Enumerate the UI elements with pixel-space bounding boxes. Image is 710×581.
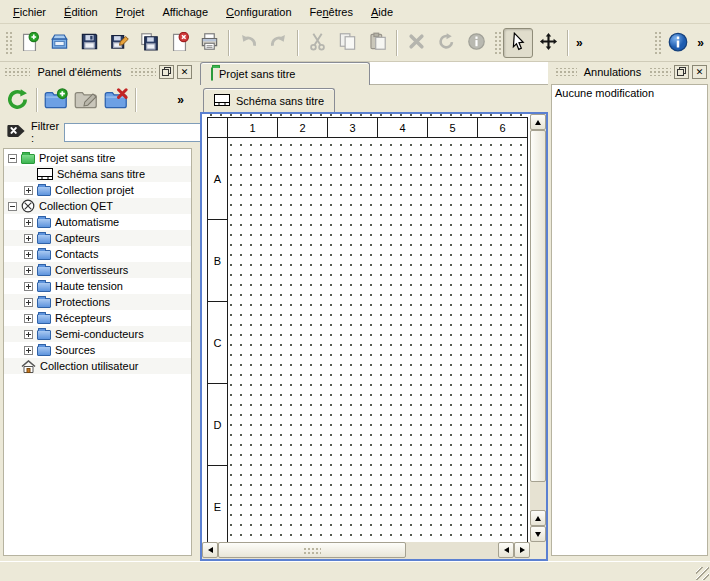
tree-item-sources[interactable]: Sources — [4, 342, 191, 358]
float-panel-button[interactable] — [674, 65, 689, 79]
clear-filter-icon[interactable] — [6, 124, 26, 140]
menu-configuration[interactable]: Configuration — [217, 0, 300, 23]
menu-fenetres[interactable]: Fenêtres — [301, 0, 362, 23]
new-element-button[interactable] — [42, 86, 70, 114]
toolbar-overflow-chevron[interactable]: » — [572, 36, 587, 50]
save-button[interactable] — [74, 28, 104, 58]
cursor-arrow-icon — [509, 32, 528, 53]
expand-expander-icon[interactable] — [24, 266, 33, 275]
scroll-up-button[interactable] — [530, 114, 546, 130]
tree-item-project[interactable]: Projet sans titre — [4, 150, 191, 166]
dock-drag-handle[interactable] — [3, 68, 30, 76]
project-folder-icon — [211, 68, 213, 80]
save-as-button[interactable] — [104, 28, 134, 58]
delete-element-button[interactable] — [102, 86, 130, 114]
scroll-left-button[interactable] — [498, 542, 514, 558]
dock-drag-handle[interactable] — [129, 68, 156, 76]
save-all-button[interactable] — [134, 28, 164, 58]
menu-affichage[interactable]: Affichage — [153, 0, 217, 23]
menu-fichier[interactable]: Fichier — [4, 0, 55, 23]
window-resize-grip[interactable] — [696, 567, 709, 580]
expand-expander-icon[interactable] — [24, 250, 33, 259]
print-button[interactable] — [194, 28, 224, 58]
expand-expander-icon[interactable] — [24, 234, 33, 243]
vertical-scrollbar[interactable] — [530, 114, 546, 542]
redo-button[interactable] — [263, 28, 293, 58]
tree-item-protections[interactable]: Protections — [4, 294, 191, 310]
scroll-left-button[interactable] — [202, 542, 218, 558]
horizontal-scrollbar-thumb[interactable] — [218, 542, 406, 558]
dock-drag-handle[interactable] — [648, 68, 671, 76]
save-all-icon — [140, 32, 159, 53]
panel-toolbar-overflow-chevron[interactable]: » — [173, 93, 188, 107]
toolbar-drag-handle[interactable] — [653, 30, 661, 56]
expand-expander-icon[interactable] — [24, 282, 33, 291]
tree-item-collection-utilisateur[interactable]: Collection utilisateur — [4, 358, 191, 374]
undo-button[interactable] — [233, 28, 263, 58]
tree-item-collection-qet[interactable]: Collection QET — [4, 198, 191, 214]
toolbar-drag-handle[interactable] — [4, 30, 12, 56]
copy-button[interactable] — [332, 28, 362, 58]
close-project-button[interactable] — [164, 28, 194, 58]
tab-projet-sans-titre[interactable]: Projet sans titre — [200, 62, 370, 85]
horizontal-scrollbar-trough[interactable] — [406, 542, 498, 559]
element-info-button[interactable] — [461, 28, 491, 58]
expand-expander-icon[interactable] — [24, 186, 33, 195]
filter-input[interactable] — [64, 123, 214, 142]
menu-aide[interactable]: Aide — [362, 0, 402, 23]
expand-expander-icon[interactable] — [24, 218, 33, 227]
close-panel-button[interactable]: ✕ — [177, 65, 192, 79]
close-panel-button[interactable]: ✕ — [692, 65, 707, 79]
expand-expander-icon[interactable] — [24, 330, 33, 339]
folder-icon — [37, 312, 51, 324]
rotate-button[interactable] — [431, 28, 461, 58]
undo-panel-titlebar[interactable]: Annulations ✕ — [551, 62, 710, 82]
tree-item-convertisseurs[interactable]: Convertisseurs — [4, 262, 191, 278]
tree-item-collection-projet[interactable]: Collection projet — [4, 182, 191, 198]
close-icon: ✕ — [181, 68, 189, 77]
vertical-scrollbar-trough[interactable] — [530, 482, 546, 510]
scroll-right-button[interactable] — [514, 542, 530, 558]
about-qet-button[interactable] — [663, 28, 693, 58]
elements-panel: Panel d'éléments ✕ — [0, 62, 195, 561]
tree-item-recepteurs[interactable]: Récepteurs — [4, 310, 191, 326]
scroll-up-button[interactable] — [530, 510, 546, 526]
new-project-button[interactable] — [14, 28, 44, 58]
horizontal-scrollbar[interactable] — [202, 542, 530, 559]
menu-edition[interactable]: Édition — [55, 0, 107, 23]
collapse-expander-icon[interactable] — [8, 202, 17, 211]
edit-element-button[interactable] — [72, 86, 100, 114]
select-tool-button[interactable] — [503, 28, 533, 58]
tree-item-capteurs[interactable]: Capteurs — [4, 230, 191, 246]
column-header: 6 — [477, 117, 528, 138]
toolbar-overflow-chevron[interactable]: » — [693, 36, 708, 50]
tree-item-contacts[interactable]: Contacts — [4, 246, 191, 262]
pan-tool-button[interactable] — [533, 28, 563, 58]
tree-item-haute-tension[interactable]: Haute tension — [4, 278, 191, 294]
tab-schema-sans-titre[interactable]: Schéma sans titre — [203, 88, 335, 112]
tree-item-automatisme[interactable]: Automatisme — [4, 214, 191, 230]
elements-panel-titlebar[interactable]: Panel d'éléments ✕ — [0, 62, 195, 82]
paste-button[interactable] — [362, 28, 392, 58]
delete-button[interactable] — [401, 28, 431, 58]
reload-collections-button[interactable] — [3, 86, 31, 114]
info-icon-blue — [668, 32, 688, 54]
cut-button[interactable] — [302, 28, 332, 58]
scroll-down-button[interactable] — [530, 526, 546, 542]
tree-item-semi-conducteurs[interactable]: Semi-conducteurs — [4, 326, 191, 342]
expand-expander-icon[interactable] — [24, 314, 33, 323]
move-arrows-icon — [539, 32, 558, 53]
expand-expander-icon[interactable] — [24, 346, 33, 355]
tree-item-schema[interactable]: Schéma sans titre — [4, 166, 191, 182]
column-header: 3 — [327, 117, 378, 138]
menu-projet[interactable]: Projet — [107, 0, 154, 23]
dock-drag-handle[interactable] — [554, 68, 577, 76]
undo-history-list[interactable]: Aucune modification — [551, 84, 708, 556]
toolbar-drag-handle[interactable] — [493, 30, 501, 56]
schema-canvas[interactable]: 1 2 3 4 5 6 A B C D E — [202, 114, 530, 542]
expand-expander-icon[interactable] — [24, 298, 33, 307]
collapse-expander-icon[interactable] — [8, 154, 17, 163]
float-panel-button[interactable] — [159, 65, 174, 79]
vertical-scrollbar-thumb[interactable] — [530, 130, 546, 482]
open-project-button[interactable] — [44, 28, 74, 58]
